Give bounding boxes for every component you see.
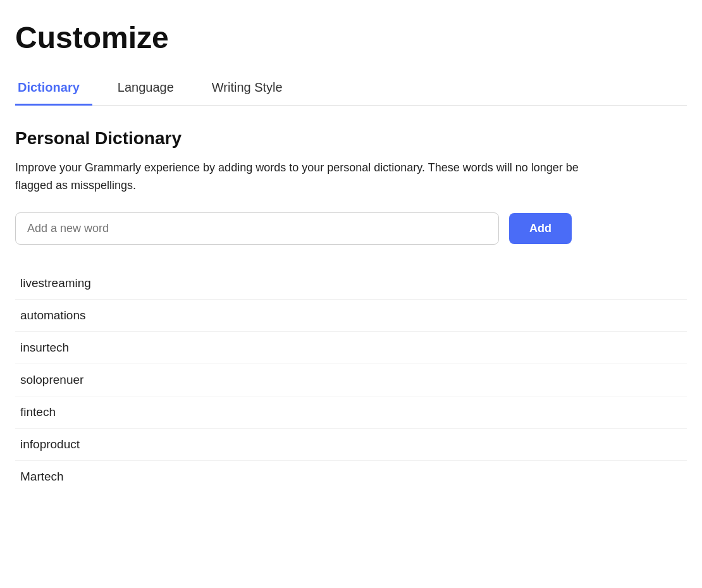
list-item: soloprenuer bbox=[15, 364, 687, 396]
section-title: Personal Dictionary bbox=[15, 128, 687, 149]
list-item: insurtech bbox=[15, 332, 687, 364]
list-item: fintech bbox=[15, 396, 687, 429]
tab-writing-style[interactable]: Writing Style bbox=[209, 73, 295, 106]
tab-dictionary[interactable]: Dictionary bbox=[15, 73, 92, 106]
section-description: Improve your Grammarly experience by add… bbox=[15, 159, 584, 195]
list-item: livestreaming bbox=[15, 267, 687, 300]
tab-language[interactable]: Language bbox=[115, 73, 187, 106]
add-word-input[interactable] bbox=[15, 212, 499, 245]
page-title: Customize bbox=[15, 20, 687, 55]
list-item: automations bbox=[15, 300, 687, 332]
list-item: infoproduct bbox=[15, 429, 687, 461]
tabs-nav: Dictionary Language Writing Style bbox=[15, 73, 687, 106]
add-word-row: Add bbox=[15, 212, 572, 245]
add-word-button[interactable]: Add bbox=[509, 213, 572, 244]
list-item: Martech bbox=[15, 461, 687, 493]
word-list: livestreamingautomationsinsurtechsolopre… bbox=[15, 267, 687, 493]
dictionary-section: Personal Dictionary Improve your Grammar… bbox=[15, 128, 687, 493]
